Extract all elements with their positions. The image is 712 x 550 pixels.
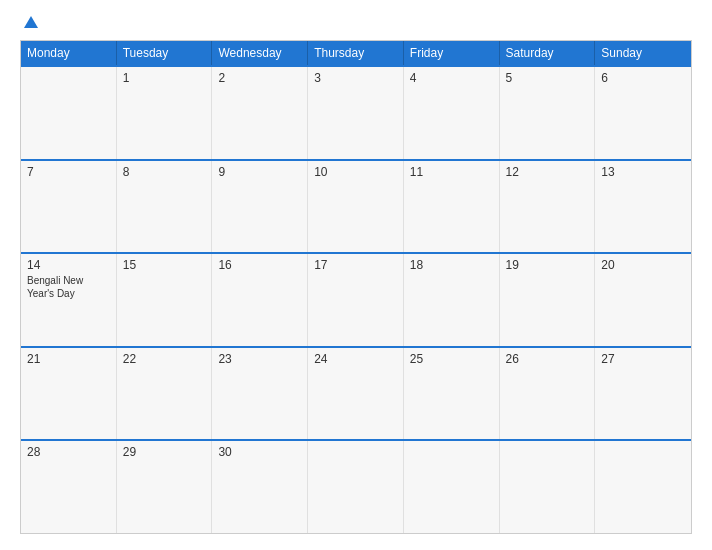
calendar-header-row: MondayTuesdayWednesdayThursdayFridaySatu… xyxy=(21,41,691,65)
day-number: 25 xyxy=(410,352,493,366)
logo-blue-text xyxy=(20,16,38,28)
day-number: 20 xyxy=(601,258,685,272)
calendar-week: 282930 xyxy=(21,439,691,533)
calendar-header-cell: Saturday xyxy=(500,41,596,65)
calendar-cell: 19 xyxy=(500,254,596,346)
holiday-label: Bengali New Year's Day xyxy=(27,274,110,300)
calendar-cell: 12 xyxy=(500,161,596,253)
calendar-cell: 18 xyxy=(404,254,500,346)
day-number: 27 xyxy=(601,352,685,366)
calendar-week: 78910111213 xyxy=(21,159,691,253)
calendar-cell: 7 xyxy=(21,161,117,253)
calendar-week: 123456 xyxy=(21,65,691,159)
day-number: 26 xyxy=(506,352,589,366)
calendar-cell: 9 xyxy=(212,161,308,253)
calendar-cell: 26 xyxy=(500,348,596,440)
calendar-grid: MondayTuesdayWednesdayThursdayFridaySatu… xyxy=(20,40,692,534)
day-number: 1 xyxy=(123,71,206,85)
day-number: 13 xyxy=(601,165,685,179)
calendar-cell: 3 xyxy=(308,67,404,159)
calendar-cell: 5 xyxy=(500,67,596,159)
logo xyxy=(20,16,38,28)
calendar-cell: 23 xyxy=(212,348,308,440)
day-number: 24 xyxy=(314,352,397,366)
calendar-cell: 10 xyxy=(308,161,404,253)
calendar-week: 21222324252627 xyxy=(21,346,691,440)
day-number: 6 xyxy=(601,71,685,85)
day-number: 16 xyxy=(218,258,301,272)
day-number: 28 xyxy=(27,445,110,459)
calendar-cell xyxy=(21,67,117,159)
day-number: 14 xyxy=(27,258,110,272)
calendar-cell xyxy=(595,441,691,533)
calendar-cell: 29 xyxy=(117,441,213,533)
day-number: 10 xyxy=(314,165,397,179)
calendar-cell: 13 xyxy=(595,161,691,253)
calendar-header-cell: Thursday xyxy=(308,41,404,65)
calendar-cell: 22 xyxy=(117,348,213,440)
day-number: 2 xyxy=(218,71,301,85)
day-number: 29 xyxy=(123,445,206,459)
day-number: 30 xyxy=(218,445,301,459)
calendar-cell: 24 xyxy=(308,348,404,440)
calendar-cell: 6 xyxy=(595,67,691,159)
calendar-header-cell: Tuesday xyxy=(117,41,213,65)
calendar-cell: 28 xyxy=(21,441,117,533)
day-number: 3 xyxy=(314,71,397,85)
calendar-cell: 27 xyxy=(595,348,691,440)
calendar-cell: 1 xyxy=(117,67,213,159)
calendar-cell xyxy=(308,441,404,533)
calendar-cell: 2 xyxy=(212,67,308,159)
day-number: 15 xyxy=(123,258,206,272)
calendar-cell: 16 xyxy=(212,254,308,346)
day-number: 4 xyxy=(410,71,493,85)
logo-triangle-icon xyxy=(24,16,38,28)
day-number: 19 xyxy=(506,258,589,272)
day-number: 5 xyxy=(506,71,589,85)
calendar-page: MondayTuesdayWednesdayThursdayFridaySatu… xyxy=(0,0,712,550)
day-number: 11 xyxy=(410,165,493,179)
day-number: 18 xyxy=(410,258,493,272)
calendar-cell xyxy=(500,441,596,533)
calendar-cell: 25 xyxy=(404,348,500,440)
header xyxy=(20,16,692,28)
calendar-body: 1234567891011121314Bengali New Year's Da… xyxy=(21,65,691,533)
day-number: 12 xyxy=(506,165,589,179)
calendar-header-cell: Wednesday xyxy=(212,41,308,65)
day-number: 17 xyxy=(314,258,397,272)
day-number: 22 xyxy=(123,352,206,366)
day-number: 23 xyxy=(218,352,301,366)
calendar-cell: 17 xyxy=(308,254,404,346)
calendar-cell: 11 xyxy=(404,161,500,253)
day-number: 21 xyxy=(27,352,110,366)
calendar-cell: 14Bengali New Year's Day xyxy=(21,254,117,346)
calendar-cell: 15 xyxy=(117,254,213,346)
calendar-header-cell: Friday xyxy=(404,41,500,65)
calendar-cell: 20 xyxy=(595,254,691,346)
calendar-header-cell: Monday xyxy=(21,41,117,65)
calendar-cell: 30 xyxy=(212,441,308,533)
calendar-week: 14Bengali New Year's Day151617181920 xyxy=(21,252,691,346)
calendar-cell: 21 xyxy=(21,348,117,440)
calendar-cell: 4 xyxy=(404,67,500,159)
calendar-cell: 8 xyxy=(117,161,213,253)
calendar-cell xyxy=(404,441,500,533)
day-number: 7 xyxy=(27,165,110,179)
day-number: 9 xyxy=(218,165,301,179)
calendar-header-cell: Sunday xyxy=(595,41,691,65)
day-number: 8 xyxy=(123,165,206,179)
